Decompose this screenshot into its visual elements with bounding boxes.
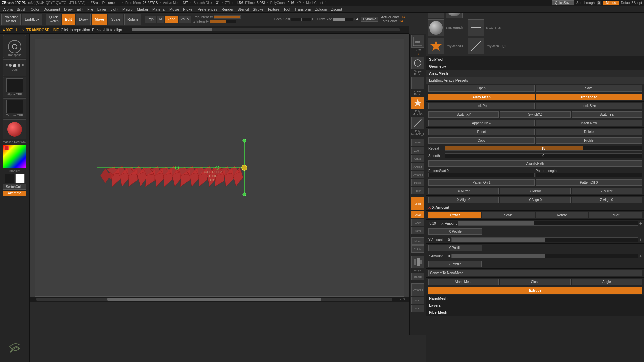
geometry-header[interactable]: Geometry bbox=[426, 63, 644, 70]
profile-button[interactable]: Profile bbox=[536, 137, 642, 144]
z-amount-expand[interactable]: + bbox=[639, 253, 642, 259]
aahalf-icon[interactable]: AAHalf bbox=[411, 163, 424, 170]
x-mirror-button[interactable]: X Mirror bbox=[428, 188, 499, 194]
draw-button[interactable]: Draw bbox=[76, 14, 91, 25]
projection-master-button[interactable]: ProjectionMaster bbox=[1, 14, 21, 25]
simple-brush-icon[interactable] bbox=[411, 57, 424, 69]
menu-document[interactable]: Document bbox=[41, 7, 62, 11]
move-view-icon[interactable]: Move bbox=[411, 237, 424, 245]
alternate-button[interactable]: Alternate bbox=[3, 191, 26, 196]
menu-macro[interactable]: Macro bbox=[120, 7, 135, 11]
append-new-button[interactable]: Append New bbox=[428, 120, 535, 126]
dynamic-view-icon[interactable]: Dynamic bbox=[411, 171, 424, 178]
pattern-on-button[interactable]: PatternOn 1 bbox=[428, 179, 535, 186]
linefill-icon[interactable] bbox=[411, 256, 424, 268]
menu-edit[interactable]: Edit bbox=[75, 7, 85, 11]
align-to-path-button[interactable]: AlignToPath bbox=[428, 160, 642, 167]
color-picker[interactable] bbox=[3, 145, 26, 168]
alpha-off-display[interactable]: Alpha OFF bbox=[3, 77, 26, 97]
switchcolor-button[interactable]: SwitchColor bbox=[3, 184, 26, 190]
menu-alpha[interactable]: Alpha bbox=[1, 7, 15, 11]
x-profile-button[interactable]: X Profile bbox=[428, 228, 482, 235]
y-mirror-button[interactable]: Y Mirror bbox=[500, 188, 570, 194]
zoom-icon[interactable]: Zoom bbox=[411, 147, 424, 154]
floor-icon[interactable]: Floor bbox=[411, 187, 424, 194]
matcap-display[interactable] bbox=[3, 119, 26, 139]
pattern-length-slider[interactable] bbox=[536, 173, 642, 177]
snip-icon[interactable]: Snip bbox=[411, 305, 424, 312]
texture-off-display[interactable]: Texture OFF bbox=[3, 98, 26, 118]
menu-file[interactable]: File bbox=[85, 7, 95, 11]
menu-texture[interactable]: Texture bbox=[265, 7, 281, 11]
close-button[interactable]: Close bbox=[500, 279, 570, 285]
polymesh3d1-large-icon[interactable] bbox=[468, 38, 484, 54]
simplebrush-large-icon[interactable] bbox=[428, 19, 444, 36]
z-amount-slider[interactable] bbox=[451, 254, 638, 258]
menu-light[interactable]: Light bbox=[108, 7, 120, 11]
canvas-bottom-bar[interactable]: ▲▼ bbox=[30, 297, 409, 302]
rotate-tab[interactable]: Rotate bbox=[536, 212, 589, 218]
transpose-button[interactable]: Transpose bbox=[536, 94, 642, 100]
menu-layer[interactable]: Layer bbox=[95, 7, 109, 11]
solo-icon[interactable]: Solo bbox=[411, 297, 424, 304]
x-amount-slider[interactable] bbox=[458, 221, 638, 226]
reset-button[interactable]: Reset bbox=[428, 129, 535, 135]
arraymesh-header[interactable]: ArrayMesh bbox=[426, 70, 644, 77]
insert-new-button[interactable]: Insert New bbox=[536, 120, 642, 126]
rotate-button[interactable]: Rotate bbox=[124, 14, 141, 25]
layr-icon[interactable]: L.Ayr bbox=[411, 219, 424, 226]
persp-icon[interactable]: Persp bbox=[411, 179, 424, 186]
erazer-brush-icon[interactable] bbox=[411, 77, 424, 89]
lock-pos-button[interactable]: Lock Pos bbox=[428, 103, 535, 109]
menu-tool[interactable]: Tool bbox=[281, 7, 292, 11]
polymesh3d1-icon[interactable] bbox=[411, 117, 424, 129]
menu-zplugin[interactable]: Zplugin bbox=[313, 7, 329, 11]
edit-button[interactable]: Edit bbox=[62, 14, 75, 25]
dots-brush-icon[interactable]: Dots bbox=[3, 59, 26, 76]
dynamic3-icon[interactable]: Dynamic bbox=[411, 283, 424, 296]
pattern-start-slider[interactable] bbox=[428, 173, 535, 177]
array-mesh-button[interactable]: Array Mesh bbox=[428, 94, 535, 100]
menu-material[interactable]: Material bbox=[150, 7, 167, 11]
fibermesh-header[interactable]: FiberMesh bbox=[426, 309, 644, 316]
menu-color[interactable]: Color bbox=[29, 7, 41, 11]
move-button[interactable]: Move bbox=[92, 14, 107, 25]
menu-picker[interactable]: Picker bbox=[181, 7, 196, 11]
color-swatches[interactable] bbox=[5, 174, 25, 183]
menu-stroke[interactable]: Stroke bbox=[251, 7, 265, 11]
y-align-button[interactable]: Y Align 0 bbox=[500, 197, 570, 203]
menu-movie[interactable]: Movie bbox=[167, 7, 181, 11]
subtool-header[interactable]: SubTool bbox=[426, 56, 644, 63]
menu-draw[interactable]: Draw bbox=[62, 7, 75, 11]
zadd-button[interactable]: Zadd bbox=[165, 16, 178, 23]
frame-icon[interactable]: Frame bbox=[411, 227, 424, 234]
qxyz-icon[interactable]: Qxyz bbox=[411, 211, 424, 218]
dynamic-button[interactable]: Dynamic bbox=[361, 17, 378, 22]
erazerbrush-large-icon[interactable] bbox=[468, 19, 484, 36]
pivot-tab[interactable]: Pivot bbox=[589, 212, 642, 218]
angle-button[interactable]: Angle bbox=[572, 279, 642, 285]
switch-xy-button[interactable]: SwitchXY bbox=[428, 111, 499, 118]
smooth-slider[interactable]: 0 bbox=[445, 153, 642, 158]
transp-icon[interactable]: Transp bbox=[411, 273, 424, 280]
offset-tab[interactable]: Offset bbox=[428, 212, 481, 218]
switch-xz-button[interactable]: SwitchXZ bbox=[500, 111, 570, 118]
copy-button[interactable]: Copy bbox=[428, 137, 535, 144]
local-icon[interactable]: Local bbox=[411, 197, 424, 210]
menu-render[interactable]: Render bbox=[219, 7, 235, 11]
quick-sketch-button[interactable]: QuickSketch bbox=[46, 14, 61, 25]
menu-transform[interactable]: Transform bbox=[292, 7, 313, 11]
lightbox-arrays-row[interactable]: Lightbox Arrays Presets bbox=[426, 77, 644, 84]
open-button[interactable]: Open bbox=[428, 85, 535, 92]
quicksave-button[interactable]: QuickSave bbox=[552, 0, 574, 5]
zsub-button[interactable]: Zsub bbox=[179, 16, 191, 23]
transpose-widget[interactable]: Transpose bbox=[3, 35, 26, 58]
x-align-button[interactable]: X Align 0 bbox=[428, 197, 499, 203]
y-amount-expand[interactable]: + bbox=[639, 237, 642, 242]
nanomesh-header[interactable]: NanoMesh bbox=[426, 295, 644, 302]
menu-stencil[interactable]: Stencil bbox=[235, 7, 251, 11]
menu-marker[interactable]: Marker bbox=[135, 7, 150, 11]
scroll-icon[interactable]: Scroll bbox=[411, 139, 424, 146]
rgb-button[interactable]: Rgb bbox=[145, 16, 156, 23]
menus-button[interactable]: Menus bbox=[603, 1, 619, 5]
